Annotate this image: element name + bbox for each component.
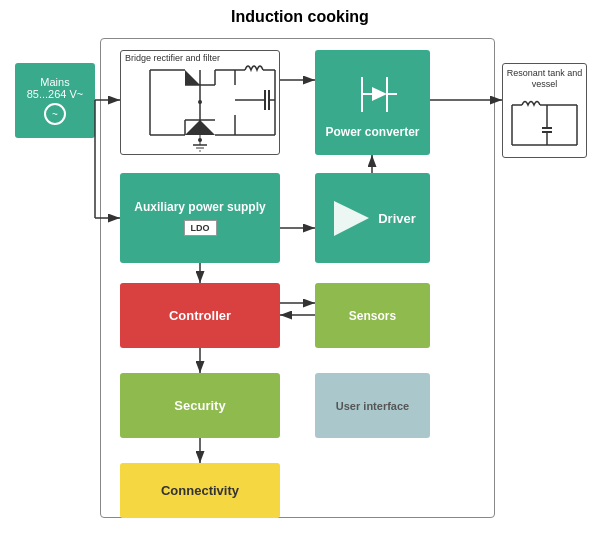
controller-label: Controller bbox=[169, 308, 231, 323]
aux-power-label: Auxiliary power supply bbox=[134, 200, 265, 214]
resonant-tank-box: Resonant tank and vessel bbox=[502, 63, 587, 158]
driver-label: Driver bbox=[378, 211, 416, 226]
connectivity-box: Connectivity bbox=[120, 463, 280, 518]
aux-power-box: Auxiliary power supply LDO bbox=[120, 173, 280, 263]
user-interface-label: User interface bbox=[336, 400, 409, 412]
diagram-container: Induction cooking Mains 85...264 V~ ~ Br… bbox=[10, 8, 590, 538]
mains-voltage: 85...264 V~ bbox=[27, 88, 84, 100]
security-box: Security bbox=[120, 373, 280, 438]
svg-marker-32 bbox=[372, 87, 387, 101]
power-converter-label: Power converter bbox=[325, 125, 419, 139]
svg-marker-47 bbox=[334, 201, 369, 236]
ldo-box: LDO bbox=[184, 220, 217, 236]
bridge-circuit-svg bbox=[120, 50, 280, 155]
svg-marker-7 bbox=[185, 70, 200, 85]
sensors-label: Sensors bbox=[349, 309, 396, 323]
mains-label: Mains bbox=[40, 76, 69, 88]
sensors-box: Sensors bbox=[315, 283, 430, 348]
mains-symbol: ~ bbox=[44, 103, 66, 125]
page-title: Induction cooking bbox=[10, 8, 590, 26]
user-interface-box: User interface bbox=[315, 373, 430, 438]
connectivity-label: Connectivity bbox=[161, 483, 239, 498]
controller-box: Controller bbox=[120, 283, 280, 348]
mains-box: Mains 85...264 V~ ~ bbox=[15, 63, 95, 138]
security-label: Security bbox=[174, 398, 225, 413]
resonant-label: Resonant tank and vessel bbox=[503, 68, 586, 90]
power-converter-box: Power converter bbox=[315, 50, 430, 155]
driver-box: Driver bbox=[315, 173, 430, 263]
